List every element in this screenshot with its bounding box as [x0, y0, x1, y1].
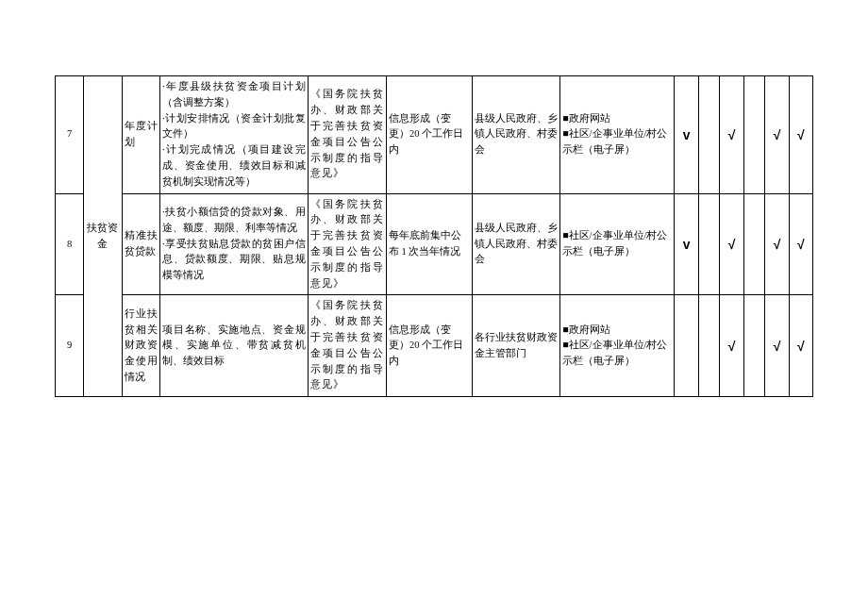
content-cell: ·扶贫小额信贷的贷款对象、用途、额度、期限、利率等情况·享受扶贫贴息贷款的贫困户…: [160, 193, 309, 295]
check-cell: √: [765, 295, 789, 397]
row-index: 7: [56, 76, 84, 194]
check-cell: √: [720, 295, 743, 397]
subcat-cell: 年度计划: [122, 76, 159, 194]
org-cell: 县级人民政府、乡镇人民政府、村委会: [472, 76, 559, 194]
basis-cell: 《国务院扶贫办、财政部关于完善扶贫资金项目公告公示制度的指导意见》: [308, 193, 386, 295]
disclosure-table: 7 扶贫资金 年度计划 ·年度县级扶贫资金项目计划（含调整方案）·计划安排情况（…: [55, 75, 813, 397]
table-row: 7 扶贫资金 年度计划 ·年度县级扶贫资金项目计划（含调整方案）·计划安排情况（…: [56, 76, 813, 194]
check-cell: [698, 76, 720, 194]
check-cell: [743, 295, 765, 397]
check-cell: v: [675, 193, 698, 295]
check-cell: √: [720, 193, 743, 295]
row-index: 8: [56, 193, 84, 295]
check-cell: [698, 295, 720, 397]
org-cell: 县级人民政府、乡镇人民政府、村委会: [472, 193, 559, 295]
channel-cell: ■社区/企事业单位/村公示栏（电子屏）: [560, 193, 675, 295]
channel-cell: ■政府网站■社区/企事业单位/村公示栏（电子屏）: [560, 295, 675, 397]
table-row: 8 精准扶贫贷款 ·扶贫小额信贷的贷款对象、用途、额度、期限、利率等情况·享受扶…: [56, 193, 813, 295]
check-cell: [743, 193, 765, 295]
check-cell: v: [675, 76, 698, 194]
check-cell: [743, 76, 765, 194]
table-row: 9 行业扶贫相关财政资金使用情况 项目名称、实施地点、资金规模、实施单位、带贫减…: [56, 295, 813, 397]
check-cell: √: [789, 76, 812, 194]
category-cell: 扶贫资金: [84, 76, 122, 397]
check-cell: √: [789, 193, 812, 295]
time-cell: 每年底前集中公布 1 次当年情况: [386, 193, 472, 295]
time-cell: 信息形成（变更）20 个工作日内: [386, 76, 472, 194]
subcat-cell: 精准扶贫贷款: [122, 193, 159, 295]
basis-cell: 《国务院扶贫办、财政部关于完善扶贫资金项目公告公示制度的指导意见》: [308, 295, 386, 397]
check-cell: √: [789, 295, 812, 397]
org-cell: 各行业扶贫财政资金主管部门: [472, 295, 559, 397]
row-index: 9: [56, 295, 84, 397]
check-cell: √: [765, 193, 789, 295]
check-cell: [698, 193, 720, 295]
content-cell: ·年度县级扶贫资金项目计划（含调整方案）·计划安排情况（资金计划批复文件）·计划…: [160, 76, 309, 194]
content-cell: 项目名称、实施地点、资金规模、实施单位、带贫减贫机制、绩效目标: [160, 295, 309, 397]
channel-cell: ■政府网站■社区/企事业单位/村公示栏（电子屏）: [560, 76, 675, 194]
check-cell: √: [720, 76, 743, 194]
basis-cell: 《国务院扶贫办、财政部关于完善扶贫资金项目公告公示制度的指导意见》: [308, 76, 386, 194]
subcat-cell: 行业扶贫相关财政资金使用情况: [122, 295, 159, 397]
time-cell: 信息形成（变更）20 个工作日内: [386, 295, 472, 397]
check-cell: [675, 295, 698, 397]
check-cell: √: [765, 76, 789, 194]
